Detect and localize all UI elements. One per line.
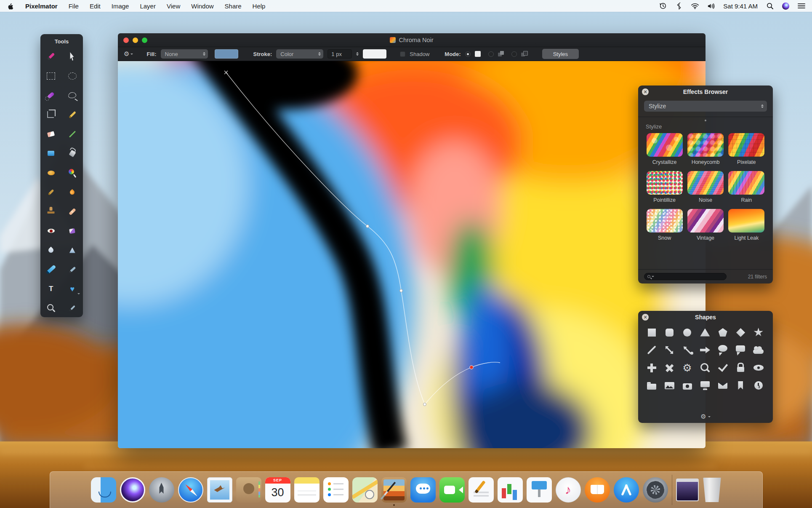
- tool-line-icon[interactable]: [63, 124, 82, 144]
- tool-paint-bucket-icon[interactable]: [63, 144, 82, 163]
- tool-slice-icon[interactable]: [63, 105, 82, 124]
- dock-contacts[interactable]: [236, 477, 261, 503]
- tool-blur-icon[interactable]: [41, 241, 61, 260]
- dock-pages[interactable]: [469, 477, 494, 503]
- dock-notes[interactable]: [294, 477, 319, 503]
- shapes-panel-header[interactable]: ✕ Shapes: [638, 311, 773, 324]
- shape-eye-icon[interactable]: [750, 361, 767, 375]
- bluetooth-icon[interactable]: [675, 2, 683, 10]
- shape-picture-icon[interactable]: [661, 378, 678, 393]
- effect-thumbnail[interactable]: [647, 209, 683, 233]
- dock-itunes[interactable]: ♪: [556, 477, 581, 503]
- shape-pentagon-icon[interactable]: [714, 325, 731, 340]
- stroke-width-field[interactable]: 1 px: [327, 49, 352, 59]
- minimize-window-button[interactable]: [133, 37, 138, 43]
- tool-shape-rect-icon[interactable]: [41, 144, 61, 163]
- shape-star-icon[interactable]: [750, 325, 767, 340]
- effect-honeycomb[interactable]: Honeycomb: [685, 133, 726, 165]
- shape-camera-icon[interactable]: [679, 378, 696, 393]
- effect-thumbnail[interactable]: [728, 171, 764, 195]
- shape-line-with-dot-icon[interactable]: [679, 343, 696, 357]
- tool-zoom-icon[interactable]: [41, 299, 61, 318]
- shape-gear-icon[interactable]: ⚙: [679, 361, 696, 375]
- dock-minimized-window[interactable]: [676, 479, 699, 501]
- stroke-width-stepper[interactable]: [356, 52, 359, 56]
- shape-envelope-icon[interactable]: [714, 378, 731, 393]
- dock-facetime[interactable]: [439, 477, 465, 503]
- tool-eraser-icon[interactable]: [41, 124, 61, 144]
- shape-triangle-icon[interactable]: [697, 325, 713, 340]
- tool-quick-select-icon[interactable]: [41, 47, 61, 66]
- tool-ellipse-shape-icon[interactable]: [41, 163, 61, 182]
- effect-thumbnail[interactable]: [647, 171, 683, 195]
- shape-speech-bubble-round-icon[interactable]: [714, 343, 731, 357]
- dock-safari[interactable]: [178, 477, 203, 503]
- dock-maps[interactable]: [352, 477, 378, 503]
- fill-dropdown[interactable]: None: [161, 49, 208, 59]
- shape-line-icon[interactable]: [643, 343, 660, 357]
- tool-type-icon[interactable]: T: [41, 279, 61, 299]
- close-window-button[interactable]: [123, 37, 129, 43]
- tool-pencil-icon[interactable]: [63, 182, 82, 202]
- tool-gradient-icon[interactable]: [63, 163, 82, 182]
- dock-app-store[interactable]: [614, 477, 639, 503]
- time-machine-icon[interactable]: [659, 2, 667, 10]
- dock-siri[interactable]: [120, 477, 145, 503]
- dock-trash[interactable]: [703, 478, 722, 502]
- tool-move-icon[interactable]: [63, 47, 82, 66]
- dock-numbers[interactable]: [498, 477, 523, 503]
- stroke-dropdown[interactable]: Color: [276, 49, 323, 59]
- tool-eyedropper-icon[interactable]: [63, 299, 82, 318]
- shape-arrow-two-way-icon[interactable]: [661, 343, 678, 357]
- effect-noise[interactable]: Noise: [685, 171, 726, 203]
- effect-rain[interactable]: Rain: [726, 171, 767, 203]
- mode-normal-radio[interactable]: [465, 51, 471, 57]
- menu-help[interactable]: Help: [253, 3, 266, 10]
- menu-window[interactable]: Window: [191, 3, 213, 10]
- tool-options-gear-button[interactable]: ⚙: [124, 50, 133, 58]
- tool-brush-icon[interactable]: [41, 182, 61, 202]
- document-canvas[interactable]: [118, 61, 706, 448]
- effect-pixelate[interactable]: Pixelate: [726, 133, 767, 165]
- menu-bar-clock[interactable]: Sat 9:41 AM: [723, 3, 758, 10]
- shape-circle-icon[interactable]: [679, 325, 696, 340]
- effect-snow[interactable]: Snow: [644, 209, 685, 241]
- tool-ellipse-marquee-icon[interactable]: [63, 66, 82, 86]
- dock-ibooks[interactable]: [585, 477, 610, 503]
- tool-red-eye-icon[interactable]: [41, 221, 61, 241]
- tool-healing-icon[interactable]: [63, 202, 82, 221]
- tool-magic-wand-icon[interactable]: [41, 86, 61, 105]
- close-icon[interactable]: ✕: [642, 314, 649, 321]
- tool-crop-icon[interactable]: [41, 105, 61, 124]
- tool-custom-shape-icon[interactable]: ♥: [63, 279, 82, 299]
- shapes-settings-button[interactable]: ⚙: [638, 413, 773, 420]
- shadow-checkbox[interactable]: [400, 51, 405, 57]
- effects-category-dropdown[interactable]: Stylize: [644, 101, 767, 112]
- effect-pointillize[interactable]: Pointillize: [644, 171, 685, 203]
- mode-union-radio[interactable]: [488, 51, 494, 57]
- spotlight-icon[interactable]: [766, 2, 774, 10]
- effect-thumbnail[interactable]: [687, 171, 724, 195]
- menu-image[interactable]: Image: [112, 3, 129, 10]
- effect-crystallize[interactable]: Crystallize: [644, 133, 685, 165]
- tool-pen-icon[interactable]: [41, 260, 61, 279]
- effect-vintage[interactable]: Vintage: [685, 209, 726, 241]
- effect-thumbnail[interactable]: [647, 133, 683, 157]
- siri-icon[interactable]: [782, 3, 789, 10]
- active-app-name[interactable]: Pixelmator: [25, 3, 58, 10]
- menu-file[interactable]: File: [69, 3, 79, 10]
- shape-folder-icon[interactable]: [643, 378, 660, 393]
- shape-checkmark-icon[interactable]: [714, 361, 731, 375]
- menu-share[interactable]: Share: [225, 3, 242, 10]
- window-titlebar[interactable]: Chroma Noir: [118, 33, 706, 47]
- dock-reminders[interactable]: [323, 477, 349, 503]
- menu-layer[interactable]: Layer: [140, 3, 156, 10]
- dock-messages[interactable]: [410, 477, 436, 503]
- tool-sponge-icon[interactable]: [63, 221, 82, 241]
- shape-clock-icon[interactable]: [750, 378, 767, 393]
- effect-thumbnail[interactable]: [728, 133, 764, 157]
- styles-button[interactable]: Styles: [542, 49, 579, 59]
- dock-finder[interactable]: [91, 477, 116, 503]
- effect-thumbnail[interactable]: [728, 209, 764, 233]
- shape-arrow-right-icon[interactable]: [697, 343, 713, 357]
